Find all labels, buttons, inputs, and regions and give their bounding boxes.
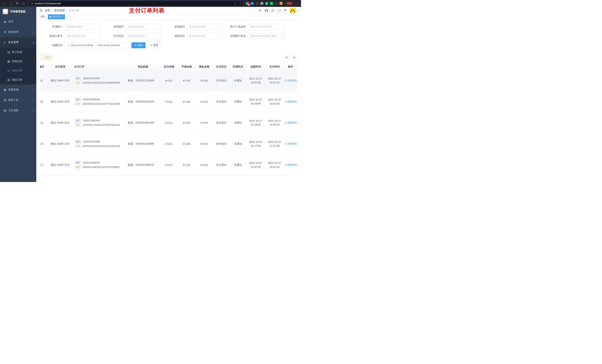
breadcrumb-home[interactable]: 首页 [45, 9, 50, 12]
create-time-cell: 2021-10-2713:19:09 [246, 91, 265, 112]
pay-tag: 支付 [75, 102, 81, 106]
avatar-caret-icon[interactable]: ▾ [297, 10, 298, 11]
avatar[interactable] [290, 8, 295, 13]
sidebar-item-system[interactable]: ⚙ 系统管理 ▾ [0, 27, 36, 37]
close-icon[interactable]: × [62, 16, 63, 18]
channel-order-no-input[interactable] [65, 33, 101, 39]
col-amount: 支付金额 [160, 64, 178, 70]
sidebar-item-infra[interactable]: ▣ 基础设施 ▾ [0, 84, 36, 95]
actions-cell: 查看详情 [284, 155, 297, 176]
product-title-cell: 标题：1635311881439 [126, 112, 160, 133]
view-detail-link[interactable]: 查看详情 [285, 142, 297, 146]
export-button[interactable]: 导出 [40, 55, 53, 60]
create-time-cell: 2021-10-2713:11:08 [246, 155, 265, 176]
help-icon[interactable]: ? [271, 9, 274, 12]
tabs-bar: 首页 支付订单 × [36, 14, 301, 20]
share-icon[interactable] [234, 2, 237, 5]
breadcrumb-current: 支付订单 [69, 9, 79, 12]
main-content: ☰ 首页 / 支付管理 / 支付订单 支付订单列表 ? TT [36, 7, 301, 182]
puzzle-extension-icon[interactable] [275, 2, 278, 5]
channel-code-select[interactable] [187, 24, 223, 30]
notify-status-select[interactable] [248, 33, 284, 39]
browser-menu-icon[interactable]: ⋮ [296, 2, 299, 5]
search-icon[interactable] [258, 9, 262, 12]
col-notify: 回调状态 [230, 64, 246, 70]
pay-status-cell: 支付成功 [213, 155, 230, 176]
view-detail-link[interactable]: 查看详情 [285, 121, 297, 125]
refresh-table-button[interactable]: ↻ [291, 54, 297, 61]
header-actions: ? TT ▾ [258, 8, 298, 13]
sidebar-item-refund-order[interactable]: ▥ 退款订单 [0, 75, 36, 84]
merchant-input[interactable] [65, 24, 101, 30]
chevron-down-icon: ▾ [33, 99, 34, 101]
pay-time-cell: 2021-10-2713:19:15 [265, 91, 284, 112]
table-body: 21 微信 JSAPI 支付 商户 1635312124657 支付 42000… [40, 70, 297, 182]
search-toggle-button[interactable] [284, 54, 290, 61]
back-icon[interactable]: ← [2, 1, 7, 6]
github-icon[interactable] [265, 9, 268, 12]
filter-merchant-label: 所属商户 [40, 25, 65, 29]
site-info-icon[interactable]: ⓘ [31, 2, 33, 5]
view-detail-link[interactable]: 查看详情 [285, 163, 297, 167]
drop-extension-icon[interactable] [251, 2, 254, 5]
refund-status-select[interactable] [187, 33, 223, 39]
table-row: 20 微信 JSAPI 支付 商户 1635311949168 支付 42000… [40, 91, 297, 112]
app-no-select[interactable] [126, 24, 162, 30]
sidebar-item-pay-order[interactable]: ◎ 支付订单 [0, 66, 36, 75]
pay-order-cell: 商户 1635311823086 支付 42000011672021102710… [72, 133, 126, 155]
browser-update-button[interactable]: 更新 [285, 1, 294, 6]
fee-amount-cell: ¥ 0.00 [178, 133, 195, 155]
sidebar-item-workflow[interactable]: ▨ 工作流程 ▾ [0, 105, 36, 116]
chat-extension-icon[interactable]: ● [270, 2, 273, 5]
app-logo[interactable]: 芋道管理系统 [0, 7, 36, 16]
view-detail-link[interactable]: 查看详情 [285, 79, 297, 82]
url-text: localhost:1024/pay/order [35, 2, 234, 5]
merchant-order-no-input[interactable] [248, 24, 284, 30]
order-id-cell: 21 [40, 70, 48, 91]
sidebar-item-payment[interactable]: ¥ 支付管理 ▴ [0, 37, 36, 48]
pay-tag: 支付 [75, 123, 81, 127]
pay-order-cell: 商户 16353115179 [72, 176, 126, 182]
hamburger-icon[interactable]: ☰ [39, 8, 43, 13]
create-time-range-picker[interactable]: 2021-10-01 00:00:00 - 2021-10-31 23:59:5… [65, 42, 127, 48]
search-button[interactable]: 搜索 [131, 42, 146, 48]
dark-extension-icon[interactable] [256, 2, 258, 5]
pay-status-select[interactable] [126, 33, 162, 39]
tab-home[interactable]: 首页 [39, 14, 47, 19]
notify-status-cell: 未通知 [230, 70, 246, 91]
home-icon[interactable]: ⌂ [21, 1, 26, 6]
pay-order-line: 支付 4200001174202110278060590766 [73, 81, 125, 85]
filter-channel-code-label: 渠道编码 [162, 25, 187, 29]
sidebar-item-devtools[interactable]: ▧ 研发工具 ▾ [0, 95, 36, 105]
sidebar-item-merchant-info[interactable]: ▤ 商户信息 [0, 48, 36, 57]
gray-extension-icon[interactable] [260, 2, 263, 5]
font-size-icon[interactable]: TT [284, 9, 287, 12]
orders-table-wrap: 编号 支付渠道 支付订单 商品标题 支付金额 手续金额 退款金额 支付状态 回调… [40, 64, 297, 182]
app-shell: 芋道管理系统 ◉ 首页 ⚙ 系统管理 ▾ ¥ 支付管理 ▴ ▤ 商户信息 [0, 7, 301, 182]
view-detail-link[interactable]: 查看详情 [285, 100, 297, 104]
url-bar[interactable]: ⓘ localhost:1024/pay/order ☆ [29, 1, 244, 6]
app-title: 芋道管理系统 [10, 10, 26, 13]
tab-pay-order[interactable]: 支付订单 × [48, 14, 65, 19]
fullscreen-icon[interactable] [278, 9, 281, 12]
title-prefix: 标题： [128, 79, 136, 82]
bookmark-star-icon[interactable]: ☆ [239, 2, 241, 5]
sidebar-item-home[interactable]: ◉ 首页 [0, 16, 36, 27]
col-fee: 手续金额 [178, 64, 195, 70]
forward-icon[interactable]: → [8, 1, 14, 6]
download-icon [43, 56, 45, 59]
emoji-extension-icon[interactable] [280, 2, 283, 5]
reset-button[interactable]: ↻ 重置 [147, 42, 161, 48]
sidebar-item-app-info[interactable]: ▦ 应用信息 [0, 57, 36, 66]
extensions-grid-icon[interactable]: 10 [246, 2, 249, 5]
merchant-tag: 商户 [75, 98, 81, 101]
breadcrumb-separator: / [52, 9, 53, 12]
infra-icon: ▣ [4, 88, 8, 91]
reload-icon[interactable]: ↻ [14, 1, 20, 6]
breadcrumb-payment[interactable]: 支付管理 [54, 9, 64, 12]
chevron-down-icon: ▾ [33, 110, 34, 112]
check-extension-icon[interactable]: ✓ [265, 2, 268, 5]
chevron-up-icon: ▴ [33, 42, 34, 43]
pay-tag: 支付 [75, 81, 81, 85]
pay-order-line: 支付 4200001173202110272847982104 [73, 123, 125, 127]
